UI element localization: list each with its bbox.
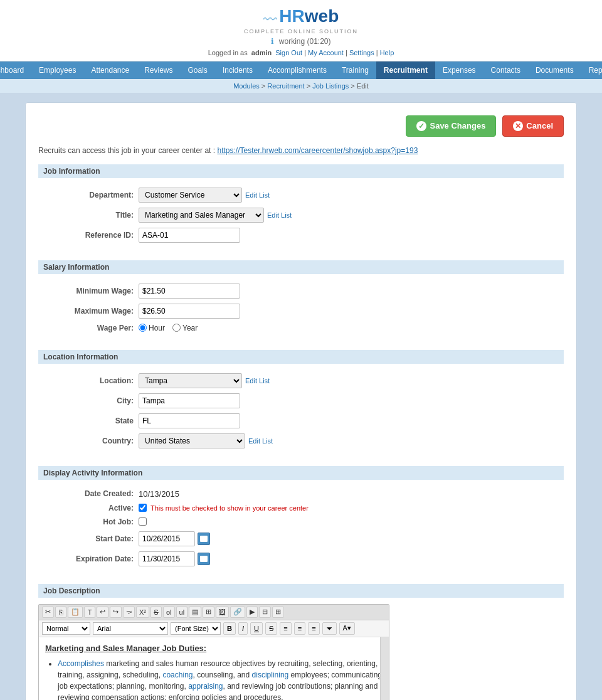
department-edit-list[interactable]: Edit List <box>245 191 270 199</box>
breadcrumb-modules[interactable]: Modules <box>233 82 260 90</box>
editor-fullscreen-btn[interactable]: ⊞ <box>272 607 284 618</box>
settings-link[interactable]: Settings <box>349 49 374 56</box>
editor-italic-btn[interactable]: I <box>238 622 248 635</box>
editor-font-size-select[interactable]: (Font Size) 8 10 12 14 <box>171 622 221 635</box>
date-created-label: Date Created: <box>38 489 139 498</box>
editor-redo-btn[interactable]: ⤼ <box>123 607 135 618</box>
save-changes-button-top[interactable]: ✓ Save Changes <box>406 115 496 137</box>
main-nav: Dashboard Employees Attendance Reviews G… <box>0 61 602 79</box>
editor-content-area[interactable]: Marketing and Sales Manager Job Duties: … <box>39 637 389 700</box>
editor-bold-btn[interactable]: B <box>223 622 236 635</box>
nav-contacts[interactable]: Contacts <box>483 61 528 79</box>
logo: 〰 HRweb COMPLETE ONLINE SOLUTION <box>244 6 358 34</box>
editor-a-color-btn[interactable]: A▾ <box>339 622 355 635</box>
career-link-url[interactable]: https://Tester.hrweb.com/careercenter/sh… <box>217 146 418 155</box>
nav-recruitment[interactable]: Recruitment <box>376 61 435 79</box>
highlight-3: disciplining <box>252 671 289 679</box>
salary-info-section: Minimum Wage: Maximum Wage: Wage Per: Ho… <box>38 280 564 344</box>
expiration-date-input[interactable] <box>139 551 195 566</box>
editor-dropdown1-btn[interactable]: ⏷ <box>322 622 337 635</box>
editor-table2-btn[interactable]: ⊟ <box>259 607 271 618</box>
help-link[interactable]: Help <box>380 49 394 56</box>
nav-goals[interactable]: Goals <box>181 61 215 79</box>
editor-paste-text-btn[interactable]: T <box>84 607 95 618</box>
editor-ul-btn[interactable]: ul <box>176 607 188 618</box>
cancel-button-top[interactable]: ✕ Cancel <box>502 115 564 137</box>
editor-align-right-btn[interactable]: ≡ <box>308 622 319 635</box>
nav-reports[interactable]: Reports <box>581 61 602 79</box>
editor-content-wrapper: Marketing and Sales Manager Job Duties: … <box>39 637 389 700</box>
highlight-1: Accomplishes <box>58 659 104 668</box>
editor-undo2-btn[interactable]: ↪ <box>110 607 122 618</box>
wage-hour-label[interactable]: Hour <box>139 324 165 332</box>
state-input[interactable] <box>139 413 240 428</box>
state-row: State <box>38 413 564 428</box>
nav-incidents[interactable]: Incidents <box>215 61 260 79</box>
city-input[interactable] <box>139 393 240 408</box>
breadcrumb-job-listings[interactable]: Job Listings <box>312 82 349 90</box>
editor-superscript-btn[interactable]: X² <box>136 607 149 618</box>
nav-documents[interactable]: Documents <box>528 61 581 79</box>
breadcrumb-edit: Edit <box>357 82 369 90</box>
start-date-calendar-icon[interactable] <box>198 533 210 545</box>
editor-content-list: Accomplishes marketing and sales human r… <box>45 658 383 700</box>
editor-image-btn[interactable]: 🖼 <box>216 607 229 618</box>
calendar-grid <box>200 536 208 542</box>
country-row: Country: United States Edit List <box>38 433 564 448</box>
editor-undo-btn[interactable]: ↩ <box>97 607 108 618</box>
logged-in-user: admin <box>251 49 272 56</box>
editor-copy-btn[interactable]: ⎘ <box>55 607 66 618</box>
save-label-top: Save Changes <box>430 121 485 130</box>
editor-strikethrough-btn[interactable]: S <box>150 607 162 618</box>
title-edit-list[interactable]: Edit List <box>267 211 292 219</box>
active-checkbox[interactable] <box>139 504 147 512</box>
location-edit-list[interactable]: Edit List <box>245 377 270 384</box>
reference-id-label: Reference ID: <box>38 231 139 240</box>
start-date-input[interactable] <box>139 531 195 546</box>
nav-training[interactable]: Training <box>334 61 376 79</box>
nav-reviews[interactable]: Reviews <box>137 61 180 79</box>
country-select[interactable]: United States <box>139 433 245 448</box>
wage-hour-radio[interactable] <box>139 324 147 332</box>
editor-scrollbar[interactable] <box>380 637 389 700</box>
editor-style-select[interactable]: Normal Heading 1 Heading 2 Heading 3 <box>42 622 90 635</box>
editor-media-btn[interactable]: ▶ <box>246 607 258 618</box>
reference-id-input[interactable] <box>139 228 240 243</box>
country-label: Country: <box>38 437 139 445</box>
location-info-section: Location: Tampa Edit List City: State Co… <box>38 370 564 460</box>
title-select[interactable]: Marketing and Sales Manager <box>139 208 264 223</box>
sign-out-link[interactable]: Sign Out <box>275 49 302 56</box>
nav-dashboard[interactable]: Dashboard <box>0 61 31 79</box>
editor-align-left-btn[interactable]: ≡ <box>280 622 291 635</box>
title-label: Title: <box>38 211 139 220</box>
hot-job-label: Hot Job: <box>38 517 139 526</box>
nav-attendance[interactable]: Attendance <box>83 61 137 79</box>
editor-link-btn[interactable]: 🔗 <box>230 607 245 618</box>
editor-table-btn[interactable]: ⊞ <box>203 607 214 618</box>
editor-ol-btn[interactable]: ol <box>163 607 175 618</box>
editor-cut-btn[interactable]: ✂ <box>42 607 54 618</box>
hot-job-checkbox[interactable] <box>139 517 147 526</box>
wage-year-label[interactable]: Year <box>172 324 198 332</box>
editor-underline-btn[interactable]: U <box>250 622 263 635</box>
breadcrumb-recruitment[interactable]: Recruitment <box>267 82 304 90</box>
expiration-date-row: Expiration Date: <box>38 551 564 566</box>
wage-year-radio[interactable] <box>172 324 181 332</box>
nav-accomplishments[interactable]: Accomplishments <box>260 61 334 79</box>
location-select[interactable]: Tampa <box>139 373 242 388</box>
my-account-link[interactable]: My Account <box>308 49 344 56</box>
logo-hr: HR <box>279 6 304 26</box>
wage-hour-text: Hour <box>149 324 165 332</box>
editor-block-btn[interactable]: ▤ <box>189 607 201 618</box>
department-select[interactable]: Customer Service <box>139 188 242 203</box>
editor-align-center-btn[interactable]: ≡ <box>294 622 305 635</box>
nav-expenses[interactable]: Expenses <box>435 61 483 79</box>
country-edit-list[interactable]: Edit List <box>248 437 273 445</box>
min-wage-input[interactable] <box>139 284 240 299</box>
nav-employees[interactable]: Employees <box>31 61 83 79</box>
expiration-date-calendar-icon[interactable] <box>198 553 210 565</box>
editor-paste-btn[interactable]: 📋 <box>68 607 83 618</box>
editor-strike-btn[interactable]: S <box>265 622 277 635</box>
editor-font-select[interactable]: Arial Times New Roman <box>93 622 168 635</box>
max-wage-input[interactable] <box>139 304 240 319</box>
